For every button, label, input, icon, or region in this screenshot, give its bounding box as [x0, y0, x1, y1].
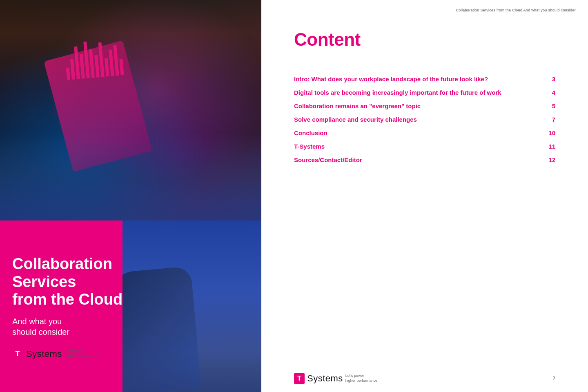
header-document-title: Collaboration Services from the Cloud An…: [456, 8, 576, 12]
toc-page-4: 7: [543, 116, 555, 123]
table-of-contents: Intro: What does your workplace landscap…: [294, 72, 555, 167]
toc-row-3: Collaboration remains an "evergreen" top…: [294, 99, 555, 113]
photo-extension: [122, 220, 261, 392]
toc-page-6: 11: [543, 143, 555, 150]
left-bottom-section: Collaboration Services from the Cloud An…: [0, 220, 261, 392]
toc-row-7: Sources/Contact/Editor 12: [294, 153, 555, 167]
footer-t-symbol: T: [294, 373, 305, 384]
toc-row-5: Conclusion 10: [294, 126, 555, 140]
toc-entry-2: Digital tools are becoming increasingly …: [294, 89, 543, 96]
toc-page-5: 10: [543, 129, 555, 136]
toc-entry-3: Collaboration remains an "evergreen" top…: [294, 102, 543, 109]
toc-entry-5: Conclusion: [294, 129, 543, 136]
tsystems-logo-left: T Systems Let's power higher performance: [12, 349, 122, 359]
toc-page-2: 4: [543, 89, 555, 96]
tsystems-footer-logo: T Systems Let's power higher performance: [294, 373, 377, 384]
toc-row-1: Intro: What does your workplace landscap…: [294, 72, 555, 86]
footer-tagline: Let's power higher performance: [345, 374, 377, 383]
toc-entry-4: Solve compliance and security challenges: [294, 116, 543, 123]
toc-page-7: 12: [543, 156, 555, 163]
main-cover-title: Collaboration Services from the Cloud: [12, 255, 122, 309]
systems-name-left: Systems: [26, 349, 62, 359]
cover-subtitle: And what you should consider: [12, 316, 122, 337]
logo-tagline-left: Let's power higher performance: [65, 349, 97, 359]
toc-entry-7: Sources/Contact/Editor: [294, 156, 543, 163]
content-heading: Content: [294, 29, 555, 50]
right-panel: Collaboration Services from the Cloud An…: [261, 0, 588, 392]
cover-photo: [0, 0, 261, 220]
toc-row-2: Digital tools are becoming increasingly …: [294, 86, 555, 99]
toc-page-1: 3: [543, 76, 555, 82]
right-main-content: Content Intro: What does your workplace …: [261, 17, 588, 365]
toc-entry-6: T-Systems: [294, 143, 543, 150]
right-header: Collaboration Services from the Cloud An…: [261, 0, 588, 17]
toc-page-3: 5: [543, 102, 555, 109]
toc-row-4: Solve compliance and security challenges…: [294, 113, 555, 126]
left-panel: Collaboration Services from the Cloud An…: [0, 0, 261, 392]
footer-systems-name: Systems: [307, 373, 343, 384]
page-number: 2: [552, 376, 555, 381]
toc-row-6: T-Systems 11: [294, 140, 555, 153]
toc-entry-1: Intro: What does your workplace landscap…: [294, 76, 543, 82]
data-visualization: [64, 38, 124, 80]
t-logo-symbol: T: [12, 349, 23, 359]
right-footer: T Systems Let's power higher performance…: [261, 365, 588, 392]
cover-text-block: Collaboration Services from the Cloud An…: [12, 255, 122, 359]
